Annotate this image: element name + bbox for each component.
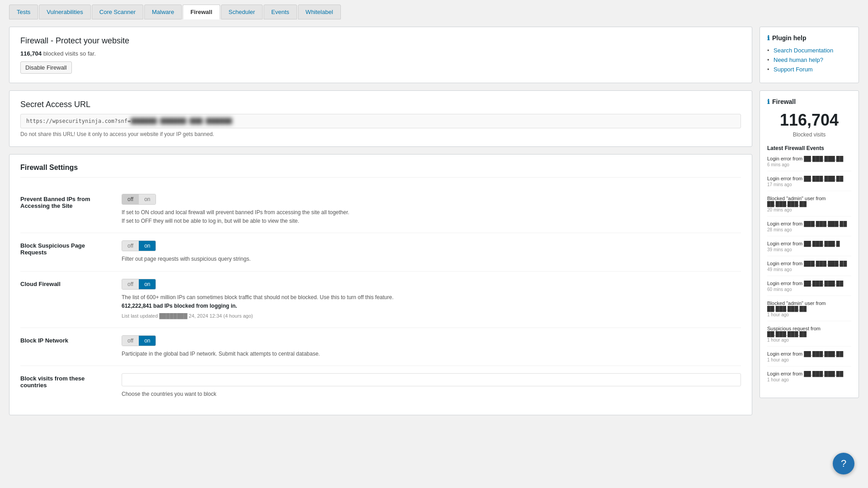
firewall-blocked-count: 116,704 [767,111,851,130]
secret-url-panel: Secret Access URL https://wpsecurityninj… [9,90,752,147]
firewall-event-item: Login error from ██.███.███.██1 hour ago [767,351,851,366]
firewall-settings-panel: Firewall Settings Prevent Banned IPs fro… [9,154,752,415]
settings-rows: Prevent Banned IPs from Accessing the Si… [20,187,741,406]
country-input[interactable] [122,373,741,386]
tab-scheduler[interactable]: Scheduler [221,5,263,19]
blocked-visits-subtitle: 116,704 blocked visits so far. [20,50,741,57]
tab-malware[interactable]: Malware [144,5,182,19]
plugin-help-title: ℹ Plugin help [767,34,851,42]
toggle-on-block-suspicious[interactable]: on [139,241,156,251]
event-text: Suspicious request from ██.███.███.██ [767,326,851,337]
toggle-off-cloud-firewall[interactable]: off [122,279,139,289]
event-time: 49 mins ago [767,267,851,272]
firewall-protect-panel: Firewall - Protect your website 116,704 … [9,27,752,83]
event-text: Login error from ███.███.███.██ [767,221,851,226]
help-link-item: Search Documentation [767,47,851,54]
help-link-item: Need human help? [767,56,851,63]
event-time: 1 hour ago [767,338,851,343]
event-time: 1 hour ago [767,312,851,317]
firewall-event-item: Login error from ██.███.███.█39 mins ago [767,241,851,256]
event-text: Login error from ██.███.███.██ [767,281,851,286]
setting-desc-prevent-banned: If set to ON cloud and local firewall wi… [122,208,741,225]
setting-label-block-countries: Block visits from these countries [20,373,111,389]
secret-url-blurred: ████████ ████████ ████ ████████ [131,118,232,124]
tab-firewall[interactable]: Firewall [183,5,220,19]
info-icon: ℹ [767,34,769,42]
firewall-event-item: Login error from ███.███.███.██49 mins a… [767,261,851,276]
setting-control-cloud-firewall: offonThe list of 600+ million IPs can so… [122,279,741,320]
setting-row-block-ip-network: Block IP NetworkoffonParticipate in the … [20,328,741,366]
tab-vulnerabilities[interactable]: Vulnerabilities [39,5,90,19]
help-link-support-forum[interactable]: Support Forum [774,66,813,73]
event-time: 28 mins ago [767,227,851,232]
setting-row-block-countries: Block visits from these countriesChoose … [20,366,741,406]
event-text: Login error from ██.███.███.██ [767,156,851,161]
toggle-off-prevent-banned[interactable]: off [122,194,139,204]
event-time: 20 mins ago [767,207,851,212]
event-text: Blocked "admin" user from ██.███.███.██ [767,300,851,311]
setting-note-cloud-firewall: List last updated ████████ 24, 2024 12:3… [122,312,741,320]
tab-whitelabel[interactable]: Whitelabel [298,5,341,19]
firewall-stats-title: ℹ Firewall [767,98,851,105]
setting-label-prevent-banned: Prevent Banned IPs from Accessing the Si… [20,194,111,209]
toggle-cloud-firewall[interactable]: offon [122,279,156,290]
help-link-need-human-help?[interactable]: Need human help? [774,56,823,63]
settings-title: Firewall Settings [20,164,741,178]
sidebar: ℹ Plugin help Search DocumentationNeed h… [760,27,859,415]
firewall-stats-icon: ℹ [767,98,769,105]
setting-desc-block-suspicious: Filter out page requests with suspicious… [122,255,741,263]
tab-core-scanner[interactable]: Core Scanner [92,5,143,19]
setting-row-cloud-firewall: Cloud FirewalloffonThe list of 600+ mill… [20,272,741,328]
secret-url-title: Secret Access URL [20,100,741,109]
event-time: 60 mins ago [767,287,851,292]
setting-row-prevent-banned: Prevent Banned IPs from Accessing the Si… [20,187,741,233]
firewall-blocked-label: Blocked visits [767,131,851,138]
firewall-event-item: Login error from ██.███.███.██60 mins ag… [767,281,851,296]
blocked-count: 116,704 [20,50,42,57]
event-time: 1 hour ago [767,357,851,362]
latest-events-title: Latest Firewall Events [767,145,851,151]
setting-label-cloud-firewall: Cloud Firewall [20,279,111,287]
plugin-help-label: Plugin help [772,34,806,42]
toggle-on-cloud-firewall[interactable]: on [139,279,156,289]
event-text: Login error from ███.███.███.██ [767,261,851,266]
event-text: Login error from ██.███.███.██ [767,351,851,357]
event-time: 6 mins ago [767,162,851,167]
disable-firewall-button[interactable]: Disable Firewall [20,61,72,74]
events-list: Login error from ██.███.███.██6 mins ago… [767,156,851,386]
toggle-off-block-suspicious[interactable]: off [122,241,139,251]
setting-stat-cloud-firewall: 612,222,841 bad IPs blocked from logging… [122,302,741,310]
event-text: Login error from ██.███.███.██ [767,371,851,376]
event-text: Login error from ██.███.███.█ [767,241,851,246]
help-link-search-documentation[interactable]: Search Documentation [774,47,833,54]
event-text: Login error from ██.███.███.██ [767,176,851,181]
tab-tests[interactable]: Tests [9,5,38,19]
event-time: 1 hour ago [767,377,851,382]
toggle-on-prevent-banned[interactable]: on [139,194,156,204]
setting-control-block-countries: Choose the countries you want to block [122,373,741,399]
setting-control-block-ip-network: offonParticipate in the global bad IP ne… [122,335,741,358]
event-time: 17 mins ago [767,182,851,187]
toggle-on-block-ip-network[interactable]: on [139,336,156,346]
event-text: Blocked "admin" user from ██.███.███.██ [767,196,851,206]
setting-label-block-suspicious: Block Suspicious Page Requests [20,240,111,256]
setting-desc-block-ip-network: Participate in the global bad IP network… [122,350,741,358]
toggle-block-ip-network[interactable]: offon [122,335,156,346]
firewall-event-item: Login error from ██.███.███.██17 mins ag… [767,176,851,191]
setting-control-prevent-banned: offonIf set to ON cloud and local firewa… [122,194,741,225]
event-time: 39 mins ago [767,247,851,252]
firewall-event-item: Login error from ██.███.███.██1 hour ago [767,371,851,386]
firewall-event-item: Login error from ███.███.███.██28 mins a… [767,221,851,236]
help-link-item: Support Forum [767,66,851,73]
content-area: Firewall - Protect your website 116,704 … [9,27,752,415]
tab-events[interactable]: Events [264,5,297,19]
toggle-block-suspicious[interactable]: offon [122,240,156,251]
toggle-off-block-ip-network[interactable]: off [122,336,139,346]
firewall-event-item: Blocked "admin" user from ██.███.███.██2… [767,196,851,216]
toggle-prevent-banned[interactable]: offon [122,194,156,205]
blocked-label: blocked visits so far. [43,50,96,57]
secret-url-note: Do not share this URL! Use it only to ac… [20,131,741,137]
firewall-stats-label: Firewall [772,98,796,105]
firewall-event-item: Login error from ██.███.███.██6 mins ago [767,156,851,171]
setting-control-block-suspicious: offonFilter out page requests with suspi… [122,240,741,263]
